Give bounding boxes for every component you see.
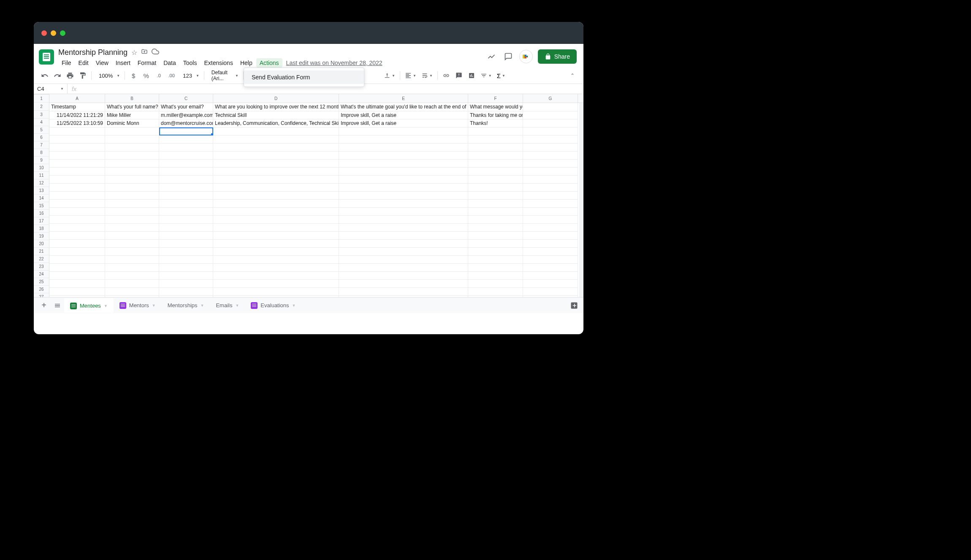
cell[interactable] xyxy=(339,184,468,192)
row-header[interactable]: 10 xyxy=(34,164,49,172)
cell[interactable] xyxy=(523,111,578,119)
send-evaluation-form-item[interactable]: Send Evaluation Form xyxy=(244,70,364,84)
cell[interactable] xyxy=(105,135,159,143)
cell[interactable] xyxy=(105,264,159,272)
cell[interactable] xyxy=(523,224,578,232)
col-header-B[interactable]: B xyxy=(105,94,159,103)
filter-dropdown[interactable]: ▼ xyxy=(478,72,494,79)
cell[interactable] xyxy=(523,240,578,248)
cell[interactable] xyxy=(159,143,213,151)
add-sheet-button[interactable]: + xyxy=(37,300,51,311)
cell[interactable] xyxy=(49,248,105,256)
cell[interactable] xyxy=(105,127,159,135)
cell[interactable] xyxy=(159,256,213,264)
window-maximize-button[interactable] xyxy=(60,30,65,36)
cell[interactable] xyxy=(468,256,523,264)
cell[interactable] xyxy=(49,143,105,151)
row-header[interactable]: 2 xyxy=(34,103,49,111)
row-header[interactable]: 13 xyxy=(34,187,49,195)
cell[interactable] xyxy=(105,176,159,184)
row-header[interactable]: 9 xyxy=(34,157,49,164)
cell[interactable]: dom@mentorcruise.com xyxy=(159,119,213,127)
cell[interactable] xyxy=(105,272,159,280)
cell[interactable] xyxy=(213,176,339,184)
cell[interactable]: Dominic Monn xyxy=(105,119,159,127)
cell[interactable] xyxy=(213,151,339,160)
menu-view[interactable]: View xyxy=(92,58,112,68)
cell[interactable] xyxy=(159,224,213,232)
cell[interactable] xyxy=(159,264,213,272)
all-sheets-button[interactable] xyxy=(51,300,64,311)
cell[interactable] xyxy=(159,160,213,168)
menu-edit[interactable]: Edit xyxy=(75,58,92,68)
cell[interactable] xyxy=(49,151,105,160)
cell[interactable] xyxy=(159,232,213,240)
cell[interactable] xyxy=(159,208,213,216)
cell[interactable] xyxy=(213,208,339,216)
cell[interactable] xyxy=(105,248,159,256)
cell[interactable] xyxy=(159,135,213,143)
tab-mentees[interactable]: Mentees ▼ xyxy=(64,298,114,313)
cell[interactable] xyxy=(468,192,523,200)
decrease-decimal-button[interactable]: .0 xyxy=(153,70,165,81)
cell[interactable] xyxy=(339,224,468,232)
cell[interactable]: Thanks for taking me on! xyxy=(468,111,523,119)
activity-icon[interactable] xyxy=(486,51,497,62)
explore-button[interactable] xyxy=(568,300,580,311)
cell[interactable] xyxy=(339,127,468,135)
cell[interactable] xyxy=(213,296,339,297)
cell[interactable] xyxy=(105,160,159,168)
cell[interactable] xyxy=(468,224,523,232)
row-header[interactable]: 8 xyxy=(34,149,49,157)
cell[interactable]: Timestamp xyxy=(49,103,105,111)
cell[interactable] xyxy=(468,176,523,184)
cell[interactable] xyxy=(213,135,339,143)
col-header-G[interactable]: G xyxy=(523,94,578,103)
cell[interactable] xyxy=(159,280,213,288)
cell[interactable] xyxy=(159,151,213,160)
cell[interactable]: What's your full name? xyxy=(105,103,159,111)
print-button[interactable] xyxy=(64,70,76,81)
row-header[interactable]: 15 xyxy=(34,202,49,210)
cell[interactable] xyxy=(468,232,523,240)
cell[interactable] xyxy=(213,240,339,248)
cell[interactable] xyxy=(105,288,159,296)
cell[interactable] xyxy=(523,143,578,151)
cell[interactable] xyxy=(49,184,105,192)
cloud-status-icon[interactable] xyxy=(152,48,159,57)
cell[interactable] xyxy=(468,160,523,168)
cell[interactable] xyxy=(213,248,339,256)
cell[interactable] xyxy=(339,256,468,264)
cell[interactable] xyxy=(339,168,468,176)
cell[interactable] xyxy=(213,280,339,288)
row-header[interactable]: 21 xyxy=(34,248,49,255)
cell[interactable] xyxy=(105,200,159,208)
cell[interactable] xyxy=(49,272,105,280)
cell[interactable] xyxy=(523,103,578,111)
menu-insert[interactable]: Insert xyxy=(112,58,134,68)
cell[interactable] xyxy=(523,184,578,192)
cell[interactable] xyxy=(105,192,159,200)
cell[interactable] xyxy=(468,135,523,143)
cell[interactable] xyxy=(468,296,523,297)
cell[interactable] xyxy=(213,192,339,200)
meet-icon[interactable] xyxy=(519,50,533,63)
cell[interactable] xyxy=(105,216,159,224)
cell[interactable] xyxy=(105,280,159,288)
link-button[interactable] xyxy=(440,70,452,81)
menu-format[interactable]: Format xyxy=(134,58,160,68)
cell[interactable] xyxy=(159,176,213,184)
row-header[interactable]: 27 xyxy=(34,293,49,297)
menu-file[interactable]: File xyxy=(58,58,75,68)
cell[interactable] xyxy=(339,248,468,256)
tab-evaluations[interactable]: Evaluations ▼ xyxy=(245,299,301,312)
increase-decimal-button[interactable]: .00 xyxy=(165,70,177,81)
row-header[interactable]: 20 xyxy=(34,240,49,248)
halign-dropdown[interactable]: ▼ xyxy=(403,72,418,79)
cell[interactable] xyxy=(523,216,578,224)
last-edit-link[interactable]: Last edit was on November 28, 2022 xyxy=(286,58,382,68)
cell[interactable] xyxy=(159,127,213,135)
cell[interactable] xyxy=(523,200,578,208)
cell[interactable] xyxy=(339,208,468,216)
cell[interactable] xyxy=(105,184,159,192)
